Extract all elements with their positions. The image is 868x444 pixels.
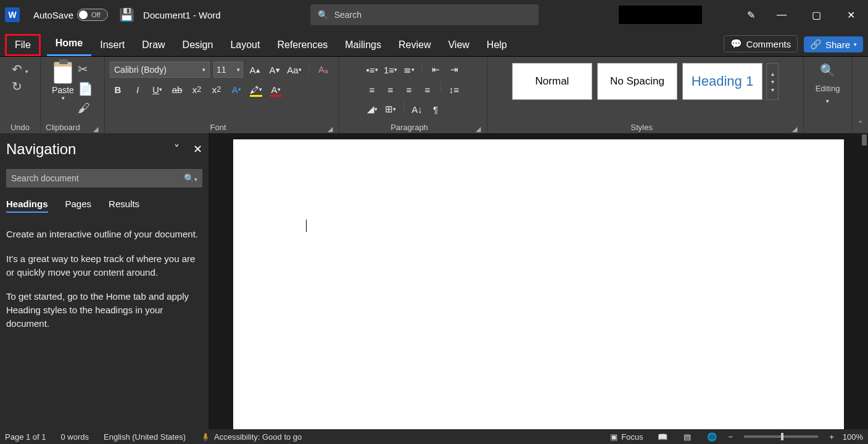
highlight-button[interactable]: 🖍▾ (248, 81, 264, 97)
status-bar: Page 1 of 1 0 words English (United Stat… (0, 429, 868, 444)
style-no-spacing[interactable]: No Spacing (597, 63, 677, 100)
font-size-select[interactable]: 11▾ (213, 62, 243, 78)
autosave-toggle-knob (79, 10, 88, 19)
underline-button[interactable]: U▾ (149, 81, 165, 97)
ribbon: ↶ ▾ ↻ Undo Paste ▾ ✂ 📄 🖌 Clipboard ◢ (0, 57, 868, 133)
copy-button[interactable]: 📄 (78, 81, 93, 96)
chevron-down-icon[interactable]: ▾ (826, 98, 829, 104)
share-button[interactable]: 🔗 Share ▾ (804, 36, 863, 52)
title-bar: W AutoSave Off 💾 Document1 - Word 🔍 Sear… (0, 0, 868, 30)
web-layout-button[interactable]: 🌐 (704, 432, 720, 442)
shading-button[interactable]: ◢▾ (364, 101, 380, 117)
minimize-button[interactable]: — (764, 0, 799, 30)
status-page[interactable]: Page 1 of 1 (5, 432, 46, 442)
font-name-select[interactable]: Calibri (Body)▾ (110, 62, 210, 78)
maximize-button[interactable]: ▢ (799, 0, 833, 30)
autosave-toggle[interactable]: Off (77, 9, 108, 21)
page-canvas[interactable] (233, 139, 844, 429)
font-launcher[interactable]: ◢ (326, 125, 334, 133)
borders-button[interactable]: ⊞▾ (382, 101, 399, 117)
subscript-button[interactable]: x2 (189, 81, 205, 97)
strikethrough-button[interactable]: ab (169, 81, 185, 97)
style-heading1[interactable]: Heading 1 (682, 63, 763, 100)
redo-button[interactable]: ↻ (12, 79, 22, 94)
align-center-button[interactable]: ≡ (382, 81, 399, 97)
cut-button[interactable]: ✂ (78, 62, 93, 76)
nav-search-placeholder: Search document (11, 173, 79, 183)
status-language[interactable]: English (United States) (104, 432, 186, 442)
tab-layout[interactable]: Layout (221, 34, 268, 56)
save-icon[interactable]: 💾 (119, 7, 134, 22)
sort-button[interactable]: A↓ (409, 101, 425, 117)
change-case-button[interactable]: Aa▾ (286, 62, 302, 78)
nav-search-box[interactable]: Search document 🔍▾ (6, 169, 202, 187)
zoom-in-button[interactable]: + (829, 432, 834, 442)
speech-bubble-icon: 💬 (730, 38, 742, 49)
bold-button[interactable]: B (110, 81, 126, 97)
increase-indent-button[interactable]: ⇥ (446, 62, 462, 78)
close-button[interactable]: ✕ (833, 0, 868, 30)
nav-tab-headings[interactable]: Headings (6, 199, 48, 213)
justify-button[interactable]: ≡ (420, 81, 436, 97)
nav-tab-pages[interactable]: Pages (65, 199, 92, 213)
undo-button[interactable]: ↶ ▾ (12, 62, 29, 76)
styles-launcher[interactable]: ◢ (791, 125, 798, 133)
clipboard-icon (54, 62, 72, 84)
status-words[interactable]: 0 words (61, 432, 89, 442)
nav-close-icon[interactable]: ✕ (193, 142, 202, 156)
focus-mode-button[interactable]: ▣ Focus (610, 432, 643, 442)
increase-font-button[interactable]: A▴ (247, 62, 263, 78)
align-left-button[interactable]: ≡ (364, 81, 380, 97)
show-marks-button[interactable]: ¶ (428, 101, 444, 117)
zoom-level[interactable]: 100% (843, 432, 863, 442)
zoom-out-button[interactable]: − (729, 432, 734, 442)
clear-formatting-button[interactable]: Aᵩ (315, 62, 331, 78)
bullets-button[interactable]: •≡▾ (364, 62, 380, 78)
ribbon-tab-strip: File Home Insert Draw Design Layout Refe… (0, 30, 868, 57)
multilist-button[interactable]: ≣▾ (401, 62, 417, 78)
tab-draw[interactable]: Draw (133, 34, 173, 56)
paragraph-launcher[interactable]: ◢ (474, 125, 482, 133)
tab-review[interactable]: Review (390, 34, 439, 56)
tab-help[interactable]: Help (478, 34, 516, 56)
paste-button[interactable]: Paste ▾ (52, 60, 74, 101)
account-area-redacted (619, 6, 702, 24)
status-accessibility[interactable]: 🧍 Accessibility: Good to go (200, 432, 302, 442)
numbering-button[interactable]: 1≡▾ (382, 62, 399, 78)
search-box[interactable]: 🔍 Search (310, 4, 539, 25)
comments-button[interactable]: 💬 Comments (724, 35, 798, 52)
tab-view[interactable]: View (439, 34, 477, 56)
style-normal[interactable]: Normal (512, 63, 592, 100)
tab-home[interactable]: Home (47, 32, 91, 56)
document-viewport[interactable] (209, 133, 868, 429)
search-icon: 🔍 (318, 10, 328, 20)
text-cursor (306, 220, 307, 232)
tab-mailings[interactable]: Mailings (336, 34, 390, 56)
styles-scroll[interactable]: ▴▾▾ (766, 63, 779, 100)
tab-insert[interactable]: Insert (91, 34, 133, 56)
font-color-button[interactable]: A▾ (268, 81, 284, 97)
nav-collapse-icon[interactable]: ˅ (174, 142, 180, 156)
align-right-button[interactable]: ≡ (401, 81, 417, 97)
share-label: Share (825, 39, 850, 50)
decrease-font-button[interactable]: A▾ (267, 62, 283, 78)
superscript-button[interactable]: x2 (209, 81, 225, 97)
line-spacing-button[interactable]: ↕≡ (446, 81, 462, 97)
tab-references[interactable]: References (268, 34, 336, 56)
editing-group-label: Editing (816, 81, 840, 94)
nav-tab-results[interactable]: Results (109, 199, 139, 213)
decrease-indent-button[interactable]: ⇤ (428, 62, 444, 78)
ink-icon[interactable]: ✎ (737, 0, 764, 30)
clipboard-launcher[interactable]: ◢ (92, 125, 99, 133)
read-mode-button[interactable]: 📖 (655, 432, 671, 442)
format-painter-button[interactable]: 🖌 (78, 101, 93, 115)
italic-button[interactable]: I (130, 81, 146, 97)
collapse-ribbon-button[interactable]: ˅ (852, 57, 868, 133)
zoom-slider[interactable] (744, 435, 818, 438)
tab-design[interactable]: Design (174, 34, 222, 56)
text-effects-button[interactable]: A▾ (228, 81, 244, 97)
find-icon[interactable]: 🔍 (820, 63, 835, 78)
print-layout-button[interactable]: ▤ (679, 432, 695, 442)
scrollbar-thumb[interactable] (862, 134, 867, 146)
tab-file[interactable]: File (5, 34, 41, 56)
